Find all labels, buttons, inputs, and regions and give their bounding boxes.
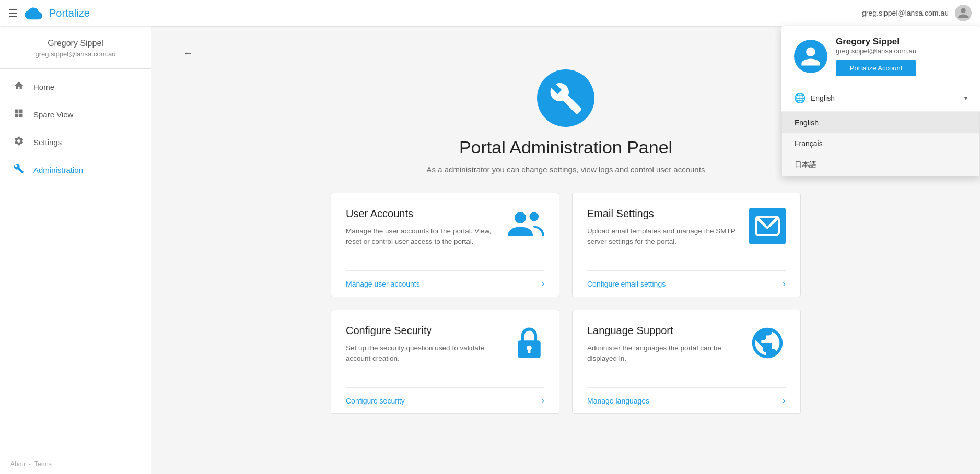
language-support-card-body: Language Support Administer the language…: [587, 325, 786, 377]
app-logo-icon: [24, 4, 43, 22]
nav-user-avatar[interactable]: [955, 5, 972, 21]
language-option-english[interactable]: English: [782, 112, 979, 133]
sidebar-item-home-label: Home: [33, 82, 54, 91]
nav-left: ☰ Portalize: [8, 4, 90, 22]
sidebar-user-name: Gregory Sippel: [10, 39, 141, 48]
sidebar-user-info: Gregory Sippel greg.sippel@lansa.com.au: [0, 26, 151, 69]
grid-icon: [13, 108, 25, 121]
language-row: 🌐 English ▾: [781, 85, 980, 112]
user-dropdown-popup: Gregory Sippel greg.sippel@lansa.com.au …: [781, 26, 980, 176]
language-current-label: English: [811, 94, 835, 102]
email-settings-card-title: Email Settings: [587, 208, 739, 220]
email-settings-card-footer: Configure email settings ›: [587, 270, 786, 297]
sidebar-item-spare-view-label: Spare View: [33, 110, 73, 119]
wrench-large-icon: [549, 81, 583, 115]
email-settings-card: Email Settings Upload email templates an…: [572, 193, 801, 297]
nav-right-user[interactable]: greg.sippel@lansa.com.au: [862, 5, 972, 21]
svg-point-0: [515, 212, 526, 223]
language-dropdown-list: English Français 日本語: [781, 112, 980, 176]
popup-avatar: [794, 40, 827, 73]
user-accounts-card-body: User Accounts Manage the user accounts f…: [346, 208, 544, 260]
admin-icon-circle: [537, 69, 594, 127]
manage-languages-link[interactable]: Manage languages: [587, 397, 649, 405]
users-icon: [508, 208, 544, 246]
envelope-icon: [749, 208, 786, 244]
app-title: Portalize: [49, 7, 90, 19]
email-settings-card-text: Email Settings Upload email templates an…: [587, 208, 749, 247]
hamburger-icon[interactable]: ☰: [8, 7, 18, 19]
email-settings-card-body: Email Settings Upload email templates an…: [587, 208, 786, 260]
language-select[interactable]: English ▾: [811, 94, 967, 102]
configure-security-card-body: Configure Security Set up the security q…: [346, 325, 544, 377]
sidebar-item-administration[interactable]: Administration: [0, 156, 151, 184]
sidebar-item-administration-label: Administration: [33, 165, 83, 174]
about-link[interactable]: About: [10, 460, 27, 468]
page-title: Portal Administration Panel: [459, 137, 672, 158]
configure-security-chevron-icon[interactable]: ›: [541, 395, 544, 406]
page-subtitle: As a administrator you can change settin…: [427, 165, 705, 174]
globe-large-icon: [749, 325, 786, 369]
email-icon: [749, 208, 786, 244]
email-settings-card-desc: Upload email templates and manage the SM…: [587, 226, 739, 247]
sidebar-footer: About - Terms: [0, 454, 151, 474]
sidebar: Gregory Sippel greg.sippel@lansa.com.au …: [0, 26, 151, 474]
sidebar-item-spare-view[interactable]: Spare View: [0, 101, 151, 128]
configure-security-card-desc: Set up the security question used to val…: [346, 343, 504, 364]
portalize-account-button[interactable]: Portalize Account: [836, 60, 916, 76]
user-accounts-card-footer: Manage user accounts ›: [346, 270, 544, 297]
svg-rect-4: [528, 349, 531, 353]
language-option-french[interactable]: Français: [782, 133, 979, 154]
gear-icon: [13, 136, 25, 149]
email-settings-chevron-icon[interactable]: ›: [783, 278, 786, 289]
language-support-card: Language Support Administer the language…: [572, 310, 801, 414]
sidebar-nav: Home Spare View Settings A: [0, 69, 151, 454]
back-button[interactable]: ←: [183, 47, 193, 59]
footer-separator: -: [29, 460, 31, 468]
cards-grid: User Accounts Manage the user accounts f…: [331, 193, 801, 414]
language-support-card-title: Language Support: [587, 325, 739, 337]
user-accounts-card-desc: Manage the user accounts for the portal.…: [346, 226, 497, 247]
sidebar-item-home[interactable]: Home: [0, 73, 151, 101]
sidebar-item-settings-label: Settings: [33, 138, 62, 147]
sidebar-item-settings[interactable]: Settings: [0, 128, 151, 156]
configure-security-card: Configure Security Set up the security q…: [331, 310, 559, 414]
user-accounts-card-title: User Accounts: [346, 208, 497, 220]
home-icon: [13, 80, 25, 93]
nav-user-email: greg.sippel@lansa.com.au: [862, 9, 949, 17]
user-accounts-card: User Accounts Manage the user accounts f…: [331, 193, 559, 297]
configure-security-link[interactable]: Configure security: [346, 397, 405, 405]
svg-point-1: [530, 212, 539, 221]
popup-user-info: Gregory Sippel greg.sippel@lansa.com.au …: [836, 37, 916, 76]
language-support-card-footer: Manage languages ›: [587, 387, 786, 413]
globe-icon-small: 🌐: [794, 92, 806, 104]
language-option-japanese[interactable]: 日本語: [782, 154, 979, 176]
user-accounts-chevron-icon[interactable]: ›: [541, 278, 544, 289]
manage-user-accounts-link[interactable]: Manage user accounts: [346, 280, 420, 288]
configure-security-card-text: Configure Security Set up the security q…: [346, 325, 514, 364]
language-support-chevron-icon[interactable]: ›: [783, 395, 786, 406]
popup-header: Gregory Sippel greg.sippel@lansa.com.au …: [781, 26, 980, 85]
popup-user-email: greg.sippel@lansa.com.au: [836, 47, 916, 55]
terms-link[interactable]: Terms: [34, 460, 52, 468]
sidebar-user-email: greg.sippel@lansa.com.au: [10, 50, 141, 58]
language-support-card-desc: Administer the languages the portal can …: [587, 343, 739, 364]
wrench-icon: [13, 163, 25, 176]
user-accounts-card-text: User Accounts Manage the user accounts f…: [346, 208, 508, 247]
configure-security-card-title: Configure Security: [346, 325, 504, 337]
top-nav: ☰ Portalize greg.sippel@lansa.com.au Gre…: [0, 0, 980, 26]
configure-security-card-footer: Configure security ›: [346, 387, 544, 413]
language-dropdown-arrow: ▾: [964, 94, 967, 102]
lock-icon: [514, 325, 544, 369]
language-support-card-text: Language Support Administer the language…: [587, 325, 749, 364]
popup-user-name: Gregory Sippel: [836, 37, 916, 47]
configure-email-settings-link[interactable]: Configure email settings: [587, 280, 666, 288]
